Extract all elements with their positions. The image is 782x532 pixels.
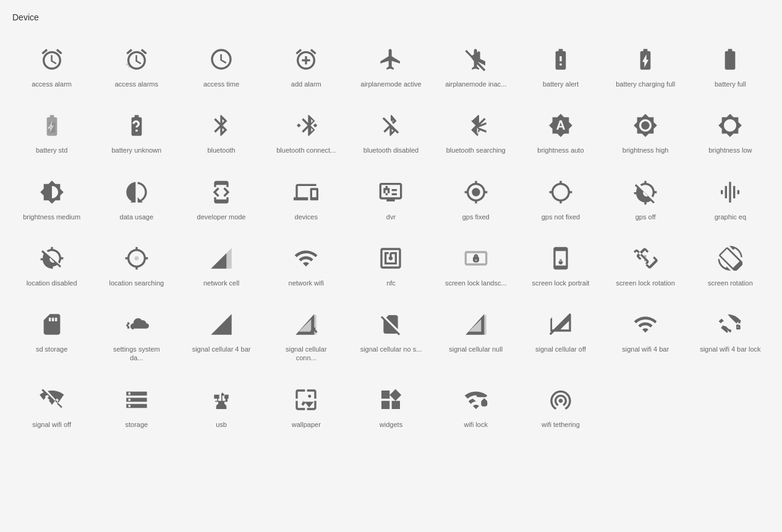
icon-label: usb [216,420,227,429]
icon-item-devices[interactable]: devices [267,167,346,227]
icon-item-location-searching[interactable]: location searching [97,234,176,293]
icon-item-access-alarms[interactable]: access alarms [97,35,176,95]
icon-label: battery charging full [616,80,675,88]
icon-item-usb[interactable]: usb [182,375,260,435]
icon-item-signal-wifi-4-bar[interactable]: signal wifi 4 bar [606,300,685,369]
graphic-eq-icon [715,177,746,208]
icon-item-signal-wifi-off[interactable]: signal wifi off [12,375,91,435]
icon-label: storage [125,420,148,429]
icon-item-brightness-high[interactable]: brightness high [606,101,685,161]
airplanemode-inactive-icon [461,44,491,75]
battery-charging-full-icon [630,44,661,75]
icon-item-signal-cellular-4-bar[interactable]: signal cellular 4 bar [182,300,260,369]
icon-label: gps off [635,213,656,221]
icon-item-signal-cellular-off[interactable]: signal cellular off [521,300,600,369]
icon-item-bluetooth[interactable]: bluetooth [182,101,260,161]
icon-item-dvr[interactable]: dvr [352,167,430,227]
icon-item-screen-lock-landscape[interactable]: screen lock landsc... [436,234,515,293]
icon-label: network wifi [289,279,324,287]
icon-label: bluetooth disabled [363,146,419,154]
icon-item-airplanemode-inactive[interactable]: airplanemode inac... [436,35,515,95]
icon-item-settings-system-daydream[interactable]: settings system da... [97,300,176,369]
icon-item-data-usage[interactable]: data usage [97,167,176,227]
location-searching-icon [121,243,152,274]
icon-label: brightness medium [23,213,80,221]
icon-label: signal wifi 4 bar lock [700,345,760,353]
icon-label: access alarms [115,80,158,88]
screen-lock-landscape-icon [461,243,491,274]
icon-item-brightness-auto[interactable]: brightness auto [521,101,600,161]
icon-item-screen-lock-rotation[interactable]: screen lock rotation [606,234,685,293]
icon-item-airplanemode-active[interactable]: airplanemode active [352,35,430,95]
icon-item-battery-std[interactable]: battery std [12,101,91,161]
icon-item-signal-cellular-null[interactable]: signal cellular null [436,300,515,369]
icon-item-sd-storage[interactable]: sd storage [12,300,91,369]
screen-lock-rotation-icon [630,243,661,274]
icon-item-battery-unknown[interactable]: battery unknown [97,101,176,161]
gps-off-icon [630,177,661,208]
icon-item-access-time[interactable]: access time [182,35,260,95]
icon-item-signal-cellular-connected[interactable]: signal cellular conn... [267,300,346,369]
developer-mode-icon [206,177,237,208]
sd-storage-icon [36,309,67,340]
icon-item-wifi-lock[interactable]: wifi lock [436,375,515,435]
icon-item-gps-not-fixed[interactable]: gps not fixed [521,167,600,227]
icon-item-signal-cellular-no-sim[interactable]: signal cellular no s... [352,300,430,369]
icon-label: dvr [386,213,396,221]
icon-label: sd storage [36,345,67,353]
nfc-icon [375,243,406,274]
icon-item-access-alarm[interactable]: access alarm [12,35,91,95]
icon-item-wallpaper[interactable]: wallpaper [267,375,346,435]
icon-item-brightness-low[interactable]: brightness low [691,101,770,161]
icon-item-brightness-medium[interactable]: brightness medium [12,167,91,227]
icon-label: signal cellular 4 bar [192,345,251,353]
icon-label: data usage [120,213,153,221]
screen-lock-portrait-icon [545,243,576,274]
icon-item-widgets[interactable]: widgets [352,375,430,435]
icon-item-screen-rotation[interactable]: screen rotation [691,234,770,293]
icon-item-add-alarm[interactable]: add alarm [267,35,346,95]
icon-item-graphic-eq[interactable]: graphic eq [691,167,770,227]
icon-item-storage[interactable]: storage [97,375,176,435]
icon-item-bluetooth-searching[interactable]: bluetooth searching [436,101,515,161]
signal-cellular-off-icon [545,309,576,340]
icon-item-network-cell[interactable]: network cell [182,234,260,293]
bluetooth-disabled-icon [375,110,406,141]
signal-wifi-off-icon [36,384,67,415]
icon-item-battery-alert[interactable]: battery alert [521,35,600,95]
icon-grid: access alarm access alarms access time a… [12,35,770,435]
icon-label: battery std [36,146,67,154]
storage-icon [121,384,152,415]
icon-item-bluetooth-disabled[interactable]: bluetooth disabled [352,101,430,161]
icon-label: gps fixed [462,213,490,221]
icon-label: airplanemode active [360,80,421,88]
icon-item-battery-full[interactable]: battery full [691,35,770,95]
icon-label: screen rotation [708,279,753,287]
icon-item-signal-wifi-4-bar-lock[interactable]: signal wifi 4 bar lock [691,300,770,369]
icon-item-bluetooth-connected[interactable]: bluetooth connect... [267,101,346,161]
icon-label: airplanemode inac... [445,80,506,88]
settings-system-daydream-icon [121,309,152,340]
icon-item-location-disabled[interactable]: location disabled [12,234,91,293]
icon-item-screen-lock-portrait[interactable]: screen lock portrait [521,234,600,293]
icon-item-nfc[interactable]: nfc [352,234,430,293]
icon-item-developer-mode[interactable]: developer mode [182,167,260,227]
icon-label: signal wifi off [32,420,71,429]
dvr-icon [375,177,406,208]
icon-item-gps-off[interactable]: gps off [606,167,685,227]
icon-item-battery-charging-full[interactable]: battery charging full [606,35,685,95]
battery-alert-icon [545,44,576,75]
location-disabled-icon [36,243,67,274]
data-usage-icon [121,177,152,208]
icon-item-wifi-tethering[interactable]: wifi tethering [521,375,600,435]
icon-label: bluetooth connect... [276,146,336,154]
icon-label: brightness low [708,146,752,154]
icon-label: screen lock portrait [532,279,589,287]
usb-icon [206,384,237,415]
icon-label: wallpaper [292,420,321,429]
network-cell-icon [206,243,237,274]
icon-item-gps-fixed[interactable]: gps fixed [436,167,515,227]
airplanemode-active-icon [375,44,406,75]
icon-item-network-wifi[interactable]: network wifi [267,234,346,293]
icon-label: signal cellular null [449,345,503,353]
